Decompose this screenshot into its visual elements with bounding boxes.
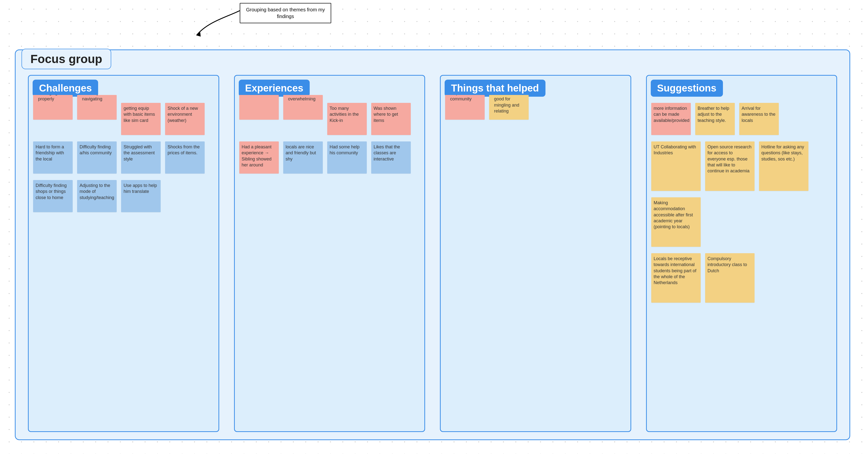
sticky-text: Difficulty navigating bbox=[80, 95, 114, 104]
column-title-text: Experiences bbox=[245, 83, 304, 93]
sticky-note[interactable]: Struggled with the assessment style bbox=[121, 142, 161, 174]
focus-group-frame[interactable]: Focus group Challengesmanaging time prop… bbox=[15, 50, 850, 440]
sticky-row: Making accommodation accessible after fi… bbox=[651, 197, 832, 247]
sticky-text: Shock of a new environment (weather) bbox=[167, 106, 198, 123]
sticky-text: Breather to help adjust to the teaching … bbox=[698, 106, 730, 123]
sticky-note[interactable]: help from his community bbox=[445, 95, 485, 120]
sticky-grid: felt aloneKick-in was overwhelmingToo ma… bbox=[239, 103, 420, 174]
sticky-text: Adjusting to the mode of studying/teachi… bbox=[80, 183, 114, 200]
sticky-text: Hotline for asking any questions (like s… bbox=[762, 144, 804, 161]
sticky-note[interactable]: Locals be receptive towards internationa… bbox=[651, 253, 701, 303]
sticky-text: Open source research for access to every… bbox=[708, 144, 752, 173]
sticky-text: Too many activities in the Kick-in bbox=[330, 106, 359, 123]
sticky-note[interactable]: Open source research for access to every… bbox=[705, 142, 754, 191]
sticky-note[interactable]: Too many activities in the Kick-in bbox=[327, 103, 367, 135]
columns-row: Challengesmanaging time properlyDifficul… bbox=[28, 75, 837, 432]
sticky-note[interactable]: more information can be made available/p… bbox=[651, 103, 691, 135]
sticky-row: Difficulty finding shops or things close… bbox=[33, 180, 214, 212]
sticky-text: Had a pleasant experience → Sibling show… bbox=[242, 144, 272, 168]
sticky-note[interactable]: Likes that the classes are interactive bbox=[371, 142, 411, 174]
sticky-note[interactable]: Shock of a new environment (weather) bbox=[165, 103, 205, 135]
sticky-text: Kick-in was overwhelming bbox=[286, 95, 320, 104]
sticky-text: UT Collaborating with Industries bbox=[654, 144, 696, 155]
sticky-note[interactable]: Had some help his community bbox=[327, 142, 367, 174]
column-things-that-helped[interactable]: Things that helpedhelp from his communit… bbox=[440, 75, 631, 432]
sticky-text: Hard to form a friendship with the local bbox=[36, 144, 64, 161]
sticky-note[interactable]: locals are nice and friendly but shy bbox=[283, 142, 323, 174]
column-title[interactable]: Suggestions bbox=[651, 80, 723, 97]
sticky-note[interactable]: Arrival for awareness to the locals bbox=[739, 103, 779, 135]
sticky-grid: more information can be made available/p… bbox=[651, 103, 832, 303]
focus-group-title[interactable]: Focus group bbox=[22, 49, 111, 69]
column-challenges[interactable]: Challengesmanaging time properlyDifficul… bbox=[28, 75, 219, 432]
sticky-row: Locals be receptive towards internationa… bbox=[651, 253, 832, 303]
sticky-note[interactable]: Compulsory introductory class to Dutch bbox=[705, 253, 754, 303]
focus-group-title-text: Focus group bbox=[30, 53, 102, 65]
sticky-text: Shocks from the prices of items. bbox=[167, 144, 200, 155]
sticky-note[interactable]: Making accommodation accessible after fi… bbox=[651, 197, 701, 247]
sticky-text: Struggled with the assessment style bbox=[124, 144, 155, 161]
sticky-text: Difficulty finding a/his community bbox=[80, 144, 112, 155]
sticky-note[interactable]: Difficulty finding shops or things close… bbox=[33, 180, 73, 212]
sticky-text: Arrival for awareness to the locals bbox=[742, 106, 776, 123]
sticky-note[interactable]: getting equip with basic items like sim … bbox=[121, 103, 161, 135]
sticky-text: Had some help his community bbox=[330, 144, 360, 155]
annotation-arrow bbox=[193, 7, 242, 39]
sticky-row: Had a pleasant experience → Sibling show… bbox=[239, 142, 420, 174]
svg-marker-0 bbox=[196, 32, 201, 37]
column-title[interactable]: Things that helped bbox=[445, 80, 546, 97]
column-suggestions[interactable]: Suggestionsmore information can be made … bbox=[646, 75, 837, 432]
annotation-note[interactable]: Grouping based on themes from my finding… bbox=[240, 3, 331, 23]
sticky-text: Making accommodation accessible after fi… bbox=[654, 200, 693, 229]
sticky-note[interactable]: Breather to help adjust to the teaching … bbox=[695, 103, 735, 135]
sticky-row: felt aloneKick-in was overwhelmingToo ma… bbox=[239, 103, 420, 135]
sticky-row: UT Collaborating with IndustriesOpen sou… bbox=[651, 142, 832, 191]
sticky-row: more information can be made available/p… bbox=[651, 103, 832, 135]
sticky-note[interactable]: Was shown where to get items bbox=[371, 103, 411, 135]
column-title-text: Things that helped bbox=[451, 83, 539, 93]
sticky-text: Kick-in was good for mingling and relati… bbox=[492, 95, 526, 117]
annotation-text: Grouping based on themes from my finding… bbox=[246, 7, 325, 19]
sticky-text: getting equip with basic items like sim … bbox=[124, 106, 155, 123]
sticky-row: help from his communityKick-in was good … bbox=[445, 103, 626, 120]
sticky-grid: help from his communityKick-in was good … bbox=[445, 103, 626, 120]
sticky-text: felt alone bbox=[242, 95, 276, 98]
sticky-row: Hard to form a friendship with the local… bbox=[33, 142, 214, 174]
sticky-text: Was shown where to get items bbox=[374, 106, 398, 123]
sticky-text: Likes that the classes are interactive bbox=[374, 144, 400, 161]
sticky-note[interactable]: Use apps to help him translate bbox=[121, 180, 161, 212]
sticky-text: locals are nice and friendly but shy bbox=[286, 144, 316, 161]
sticky-note[interactable]: Hotline for asking any questions (like s… bbox=[759, 142, 808, 191]
sticky-note[interactable]: Difficulty finding a/his community bbox=[77, 142, 117, 174]
sticky-text: Use apps to help him translate bbox=[124, 183, 157, 194]
sticky-note[interactable]: Had a pleasant experience → Sibling show… bbox=[239, 142, 279, 174]
sticky-note[interactable]: Hard to form a friendship with the local bbox=[33, 142, 73, 174]
sticky-row: managing time properlyDifficulty navigat… bbox=[33, 103, 214, 135]
sticky-text: help from his community bbox=[447, 95, 482, 104]
column-title-text: Suggestions bbox=[657, 83, 716, 93]
sticky-note[interactable]: Difficulty navigating bbox=[77, 95, 117, 120]
sticky-note[interactable]: managing time properly bbox=[33, 95, 73, 120]
sticky-note[interactable]: UT Collaborating with Industries bbox=[651, 142, 701, 191]
sticky-note[interactable]: Shocks from the prices of items. bbox=[165, 142, 205, 174]
column-title[interactable]: Experiences bbox=[239, 80, 310, 97]
column-title-text: Challenges bbox=[39, 83, 92, 93]
sticky-text: managing time properly bbox=[36, 95, 70, 104]
column-title[interactable]: Challenges bbox=[33, 80, 98, 97]
sticky-grid: managing time properlyDifficulty navigat… bbox=[33, 103, 214, 212]
sticky-note[interactable]: felt alone bbox=[239, 95, 279, 120]
sticky-text: Compulsory introductory class to Dutch bbox=[708, 256, 747, 273]
sticky-text: more information can be made available/p… bbox=[654, 106, 689, 123]
sticky-note[interactable]: Kick-in was good for mingling and relati… bbox=[489, 95, 529, 120]
sticky-text: Difficulty finding shops or things close… bbox=[36, 183, 67, 200]
sticky-text: Locals be receptive towards internationa… bbox=[654, 256, 696, 285]
sticky-note[interactable]: Kick-in was overwhelming bbox=[283, 95, 323, 120]
sticky-note[interactable]: Adjusting to the mode of studying/teachi… bbox=[77, 180, 117, 212]
column-experiences[interactable]: Experiencesfelt aloneKick-in was overwhe… bbox=[234, 75, 425, 432]
